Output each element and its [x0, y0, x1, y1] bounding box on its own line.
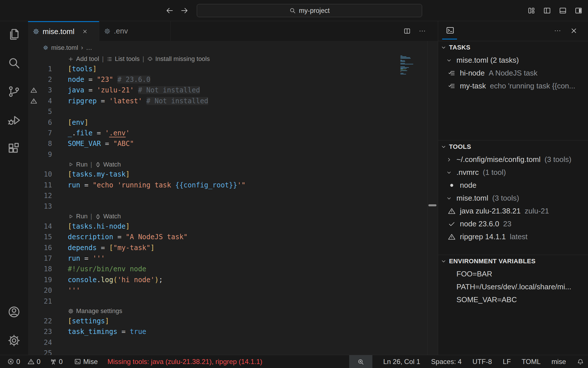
- chevron-down-icon[interactable]: [446, 169, 452, 176]
- close-icon[interactable]: [82, 29, 88, 34]
- breadcrumb-file[interactable]: mise.toml: [51, 44, 78, 52]
- status-missing-tools[interactable]: Missing tools: java (zulu-21.38.21), rip…: [108, 355, 263, 368]
- nav-forward-button[interactable]: [180, 6, 189, 15]
- explorer-icon: [7, 27, 21, 41]
- toggle-panel-button[interactable]: [559, 6, 567, 15]
- codelens-add-tool[interactable]: Add tool: [76, 55, 99, 63]
- activity-item-search[interactable]: [7, 56, 21, 70]
- activity-item-settings[interactable]: [7, 334, 21, 347]
- status-mise-status[interactable]: mise: [551, 355, 566, 368]
- code-line-1[interactable]: 1[tools]: [28, 64, 438, 74]
- status-notifications[interactable]: [577, 355, 584, 368]
- code-line-18[interactable]: 18#!/usr/bin/env node: [28, 264, 438, 274]
- code-line-16[interactable]: 16depends = ["my-task"]: [28, 242, 438, 253]
- toggle-secondary-sidebar-button[interactable]: [574, 6, 583, 15]
- code-line-5[interactable]: 5: [28, 106, 438, 117]
- section-header-tools[interactable]: TOOLS: [438, 141, 588, 153]
- status-missing-tools-label: Missing tools: java (zulu-21.38.21), rip…: [108, 358, 263, 366]
- code-line-22[interactable]: 22[settings]: [28, 316, 438, 326]
- tree-item-foo-bar[interactable]: FOO=BAR: [438, 268, 588, 280]
- tree-item-ripgrep-14-1-1[interactable]: ripgrep 14.1.1latest: [438, 230, 588, 243]
- status-errors[interactable]: 0: [7, 355, 20, 368]
- status-cursor-position[interactable]: Ln 26, Col 1: [383, 355, 420, 368]
- tree-item-node-23-6-0[interactable]: node 23.6.023: [438, 217, 588, 230]
- minimap-line: [400, 57, 410, 58]
- tree-item-my-task[interactable]: my-taskecho 'running task {{con...: [438, 80, 588, 92]
- gutter: [28, 201, 39, 212]
- code-line-21[interactable]: 21: [28, 296, 438, 306]
- tree-item-path-users-dev-local-share-mi-[interactable]: PATH=/Users/dev/.local/share/mi...: [438, 280, 588, 293]
- status-zoom[interactable]: [349, 355, 372, 368]
- command-center-search[interactable]: my-project: [197, 4, 422, 17]
- codelens-watch[interactable]: Watch: [103, 213, 121, 220]
- chevron-down-icon[interactable]: [446, 57, 452, 64]
- code-line-2[interactable]: 2node = "23" # 23.6.0: [28, 74, 438, 85]
- tree-item-mise-toml[interactable]: mise.toml(3 tools): [438, 192, 588, 205]
- codelens-watch[interactable]: Watch: [103, 161, 121, 168]
- tree-item-mise-toml-2-tasks-[interactable]: mise.toml (2 tasks): [438, 54, 588, 67]
- code-text: run = "echo 'running task {{config_root}…: [52, 181, 245, 189]
- code-line-20[interactable]: 20''': [28, 285, 438, 296]
- codelens-list-tools[interactable]: List tools: [115, 55, 140, 63]
- status-encoding[interactable]: UTF-8: [472, 355, 492, 368]
- scrollbar-thumb[interactable]: [428, 204, 436, 206]
- code-line-7[interactable]: 7_.file = '.env': [28, 128, 438, 138]
- code-line-10[interactable]: 10[tasks.my-task]: [28, 169, 438, 180]
- code-line-12[interactable]: 12: [28, 190, 438, 201]
- status-ports[interactable]: 0: [50, 355, 63, 368]
- codelens-manage-settings[interactable]: Manage settings: [76, 307, 122, 315]
- code-line-4[interactable]: 4ripgrep = 'latest' # Not installed: [28, 96, 438, 106]
- split-editor-icon[interactable]: [403, 27, 411, 35]
- codelens-run[interactable]: Run: [76, 213, 88, 220]
- activity-item-accounts[interactable]: [7, 305, 21, 319]
- tab-mise.toml[interactable]: mise.toml: [28, 21, 99, 41]
- chevron-down-icon[interactable]: [446, 195, 452, 201]
- code-editor[interactable]: Add tool|List tools|Install missing tool…: [28, 54, 438, 355]
- more-actions-icon[interactable]: [554, 27, 561, 35]
- status-warnings[interactable]: 0: [27, 355, 40, 368]
- activity-item-source-control[interactable]: [7, 85, 21, 98]
- tree-item-java-zulu-21-38-21[interactable]: java zulu-21.38.21zulu-21: [438, 205, 588, 217]
- code-line-17[interactable]: 17run = ''': [28, 253, 438, 264]
- code-line-6[interactable]: 6[env]: [28, 117, 438, 128]
- status-eol[interactable]: LF: [503, 355, 511, 368]
- code-line-9[interactable]: 9: [28, 149, 438, 160]
- tree-item-node[interactable]: node: [438, 179, 588, 192]
- code-line-19[interactable]: 19console.log('hi node');: [28, 274, 438, 285]
- code-line-23[interactable]: 23task_timings = true: [28, 327, 438, 337]
- status-mise[interactable]: Mise: [74, 355, 98, 368]
- customize-layout-button[interactable]: [527, 6, 536, 15]
- more-icon[interactable]: [418, 27, 426, 35]
- tab-.env[interactable]: .env: [99, 21, 171, 41]
- toggle-primary-sidebar-button[interactable]: [543, 6, 551, 15]
- status-indentation[interactable]: Spaces: 4: [431, 355, 462, 368]
- minimap[interactable]: [400, 56, 414, 81]
- chevron-right-icon[interactable]: [446, 157, 452, 163]
- code-line-14[interactable]: 14[tasks.hi-node]: [28, 221, 438, 232]
- activity-item-explorer[interactable]: [7, 27, 21, 41]
- section-header-tasks[interactable]: TASKS: [438, 41, 588, 54]
- tree-item-some-var-abc[interactable]: SOME_VAR=ABC: [438, 293, 588, 306]
- code-line-13[interactable]: 13: [28, 201, 438, 212]
- status-language[interactable]: TOML: [522, 355, 541, 368]
- code-line-11[interactable]: 11run = "echo 'running task {{config_roo…: [28, 180, 438, 190]
- code-line-8[interactable]: 8SOME_VAR = "ABC": [28, 139, 438, 149]
- tree-item-hi-node[interactable]: hi-nodeA NodeJS task: [438, 67, 588, 80]
- mise-panel-icon[interactable]: [446, 26, 455, 35]
- close-icon[interactable]: [570, 27, 578, 35]
- code-line-3[interactable]: 3java = 'zulu-21' # Not installed: [28, 85, 438, 96]
- toggle-primary-sidebar-icon: [543, 6, 551, 15]
- tree-item--nvmrc[interactable]: .nvmrc(1 tool): [438, 166, 588, 179]
- section-header-environment-variables[interactable]: ENVIRONMENT VARIABLES: [438, 255, 588, 268]
- codelens-run[interactable]: Run: [76, 161, 88, 168]
- activity-item-run-debug[interactable]: [7, 113, 21, 127]
- tree-item--config-mise-config-toml[interactable]: ~/.config/mise/config.toml(3 tools): [438, 153, 588, 166]
- codelens-install-missing-tools[interactable]: Install missing tools: [155, 55, 210, 63]
- gutter: [28, 190, 39, 201]
- code-line-24[interactable]: 24: [28, 337, 438, 348]
- nav-back-button[interactable]: [165, 6, 174, 15]
- activity-item-extensions[interactable]: [7, 142, 21, 156]
- code-line-25[interactable]: 25: [28, 348, 438, 355]
- code-line-15[interactable]: 15description = "A NodeJS task": [28, 232, 438, 242]
- breadcrumb-more[interactable]: …: [86, 44, 92, 52]
